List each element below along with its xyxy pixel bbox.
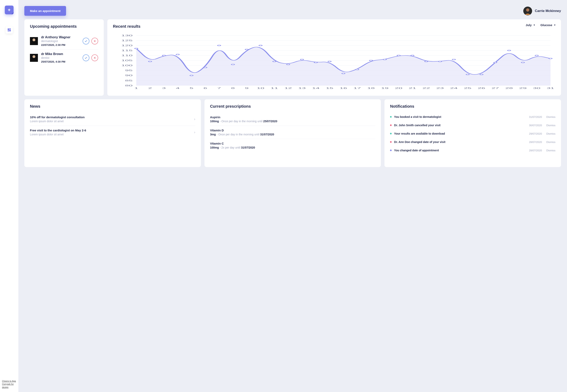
svg-text:27: 27 [492,87,499,89]
prescriptions-card: Current prescriptions Aspirin 100mg - On… [204,99,381,167]
check-icon [84,40,87,43]
nav-dashboard[interactable] [6,26,13,33]
svg-rect-1 [9,28,11,29]
svg-text:26: 26 [478,87,485,89]
user-profile[interactable]: Carrie Mckinney [523,7,561,15]
svg-text:125: 125 [121,39,133,42]
topbar: Make an appointment Carrie Mckinney [24,6,561,16]
news-item-sub: Lorem ipsum dolor sit amet [30,133,192,136]
appointment-time: 22/07/2020, 2:30 PM [41,43,79,46]
svg-point-67 [190,75,193,76]
recent-results-card: Recent results July ▾ Glucose ▾ 80859095… [107,19,561,96]
notification-message: Your results are available to download [394,132,526,135]
status-dot-icon [390,133,392,134]
news-item[interactable]: 10% off for dermatologist consultation L… [30,113,195,126]
svg-text:23: 23 [436,87,444,89]
rx-name: Aspirin [210,115,376,119]
notifications-card: Notifications You booked a visit to derm… [384,99,561,167]
svg-text:115: 115 [121,49,133,52]
svg-point-82 [397,55,400,56]
dismiss-button[interactable]: Dismiss [546,140,556,143]
svg-point-81 [383,59,386,60]
svg-text:14: 14 [312,87,320,89]
svg-point-71 [245,49,248,50]
notification-date: 28/07/2020 [529,149,542,152]
doctor-avatar [30,54,38,62]
notification-message: Dr. Ann Doe changed date of your visit [394,140,526,143]
user-name: Carrie Mckinney [535,9,561,13]
news-card: News 10% off for dermatologist consultat… [24,99,201,167]
status-dot-icon [390,150,392,151]
svg-text:11: 11 [271,87,278,89]
doctor-name: dr Anthony Wagner [41,36,79,39]
dismiss-button[interactable]: Dismiss [546,132,556,135]
notification-message: You changed date of appointment [394,149,526,152]
svg-point-65 [162,55,165,56]
svg-point-84 [425,61,428,62]
month-select[interactable]: July ▾ [526,23,535,27]
svg-point-9 [32,55,35,58]
close-icon [93,40,96,42]
metric-select[interactable]: Glucose ▾ [540,23,555,27]
svg-point-7 [32,39,35,41]
notification-date: 28/07/2020 [529,140,542,143]
svg-text:12: 12 [285,87,292,89]
prescription-item: Vitamin D 3mg - Once per day in the morn… [210,126,376,139]
avatar [523,7,532,15]
svg-text:21: 21 [408,87,416,89]
svg-point-83 [411,55,414,56]
svg-text:31: 31 [547,87,554,89]
cancel-button[interactable] [91,38,98,44]
svg-point-86 [452,59,455,60]
svg-point-92 [535,55,538,56]
svg-text:22: 22 [422,87,430,89]
svg-text:17: 17 [353,87,361,89]
news-item[interactable]: Free visit to the cardiologist on May 2-… [30,126,195,139]
svg-point-90 [508,50,510,51]
prescription-item: Vitamin C 100mg - 2x per day until 31/07… [210,139,376,152]
confirm-button[interactable] [83,38,89,44]
svg-point-78 [342,73,345,74]
dismiss-button[interactable]: Dismiss [546,115,556,118]
svg-text:25: 25 [464,87,471,89]
status-dot-icon [390,125,392,126]
make-appointment-button[interactable]: Make an appointment [24,6,66,16]
appointments-title: Upcoming appointments [30,24,98,29]
svg-text:8: 8 [231,87,235,89]
cancel-button[interactable] [91,55,98,61]
news-item-title: 10% off for dermatologist consultation [30,115,192,119]
svg-text:3: 3 [162,87,166,89]
dismiss-button[interactable]: Dismiss [546,149,556,152]
svg-text:29: 29 [519,87,527,89]
svg-text:16: 16 [340,87,347,89]
month-select-value: July [526,23,532,27]
svg-text:18: 18 [367,87,375,89]
notification-message: Dr. John Smith cancelled your visit [394,124,526,127]
logo[interactable]: + [5,6,14,14]
svg-text:15: 15 [326,87,333,89]
chevron-right-icon: › [194,130,195,134]
design-credit[interactable]: Cheers to Aga Ciurysek for design [2,380,16,389]
svg-text:28: 28 [505,87,513,89]
notification-date: 31/07/2020 [529,115,542,118]
svg-rect-2 [9,30,11,31]
notifications-title: Notifications [390,104,555,109]
confirm-button[interactable] [83,55,89,61]
svg-text:105: 105 [121,59,133,62]
svg-text:90: 90 [125,74,133,77]
svg-point-89 [494,62,497,63]
svg-point-91 [521,62,524,63]
svg-point-87 [466,74,469,75]
svg-text:30: 30 [533,87,540,89]
news-title: News [30,104,195,109]
svg-text:95: 95 [125,70,133,72]
rx-detail: 3mg - Once per day in the morning until … [210,133,376,136]
news-item-title: Free visit to the cardiologist on May 2-… [30,129,192,132]
appointment-item: dr Anthony Wagner dermatologist 22/07/20… [30,33,98,49]
close-icon [93,56,96,59]
svg-text:13: 13 [298,87,306,89]
svg-point-85 [438,61,441,62]
appointment-time: 25/07/2020, 4:30 PM [41,60,79,63]
dismiss-button[interactable]: Dismiss [546,124,556,127]
chevron-down-icon: ▾ [554,24,555,26]
